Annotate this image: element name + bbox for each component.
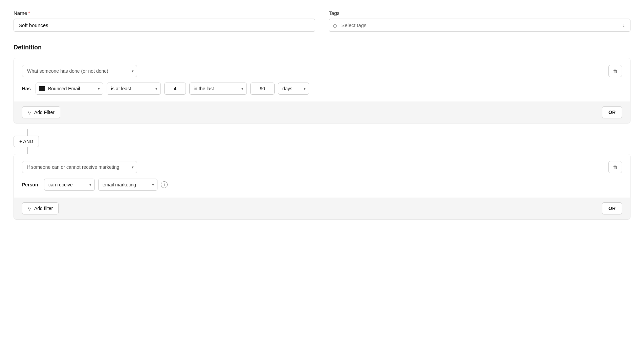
condition-1-type-select[interactable]: What someone has done (or not done) Prop… xyxy=(22,65,137,77)
in-the-last-wrapper: in the last over all time in the next ▾ xyxy=(189,83,247,95)
email-marketing-wrapper: email marketing sms marketing ▾ xyxy=(98,179,157,191)
bounced-email-select[interactable]: Bounced Email Clicked Email Opened Email xyxy=(36,83,103,95)
definition-title: Definition xyxy=(14,44,630,51)
condition-1-has-row: Has Bounced Email Clicked Email Opened E… xyxy=(22,83,622,95)
is-at-least-select[interactable]: is at least is at most equals xyxy=(107,83,161,95)
is-at-least-wrapper: is at least is at most equals ▾ xyxy=(107,83,161,95)
add-filter-button-2[interactable]: ▽ Add filter xyxy=(22,202,59,214)
name-input[interactable] xyxy=(14,19,315,32)
condition-block-2-inner: What someone has done (or not done) Prop… xyxy=(14,154,630,198)
condition-2-type-select[interactable]: What someone has done (or not done) Prop… xyxy=(22,161,137,173)
condition-1-footer: ▽ Add Filter OR xyxy=(14,101,630,123)
filter-icon-1: ▽ xyxy=(28,110,31,115)
condition-2-footer: ▽ Add filter OR xyxy=(14,198,630,219)
condition-block-1: What someone has done (or not done) Prop… xyxy=(14,58,630,123)
tags-label: Tags xyxy=(329,10,630,16)
name-field-group: Name* xyxy=(14,10,315,32)
condition-2-person-row: Person can receive cannot receive ▾ emai… xyxy=(22,179,622,191)
condition-1-type-row: What someone has done (or not done) Prop… xyxy=(22,65,622,77)
tag-icon: ◇ xyxy=(333,22,337,28)
add-filter-button-1[interactable]: ▽ Add Filter xyxy=(22,106,60,118)
trash-icon-2: 🗑 xyxy=(613,164,618,170)
add-filter-label-2: Add filter xyxy=(34,206,53,211)
person-label: Person xyxy=(22,182,41,187)
tags-select-wrapper: ◇ ⤓ xyxy=(329,19,630,32)
name-label-text: Name xyxy=(14,10,27,16)
required-star: * xyxy=(28,10,30,16)
condition-2-delete-button[interactable]: 🗑 xyxy=(608,161,622,173)
info-icon[interactable]: i xyxy=(161,181,168,188)
days-count-input[interactable] xyxy=(250,83,275,95)
has-label: Has xyxy=(22,86,32,91)
and-line-bottom xyxy=(27,147,28,154)
can-receive-select[interactable]: can receive cannot receive xyxy=(44,179,95,191)
days-unit-select[interactable]: days weeks months xyxy=(278,83,309,95)
or-button-1[interactable]: OR xyxy=(602,106,622,118)
condition-block-2: What someone has done (or not done) Prop… xyxy=(14,154,630,220)
bounced-email-icon xyxy=(39,86,45,91)
condition-1-delete-button[interactable]: 🗑 xyxy=(608,65,622,77)
condition-2-type-row: What someone has done (or not done) Prop… xyxy=(22,161,622,173)
email-marketing-select[interactable]: email marketing sms marketing xyxy=(98,179,157,191)
condition-2-footer-row: ▽ Add filter OR xyxy=(22,202,622,214)
and-line-top xyxy=(27,129,28,136)
condition-2-type-wrapper: What someone has done (or not done) Prop… xyxy=(22,161,137,173)
filter-icon-2: ▽ xyxy=(28,206,31,211)
can-receive-wrapper: can receive cannot receive ▾ xyxy=(44,179,95,191)
count-input[interactable] xyxy=(164,83,186,95)
tags-select-input[interactable] xyxy=(329,19,630,32)
or-button-2[interactable]: OR xyxy=(602,202,622,214)
tags-field-group: Tags ◇ ⤓ xyxy=(329,10,630,32)
days-unit-wrapper: days weeks months ▾ xyxy=(278,83,309,95)
condition-1-type-wrapper: What someone has done (or not done) Prop… xyxy=(22,65,137,77)
in-the-last-select[interactable]: in the last over all time in the next xyxy=(189,83,247,95)
condition-1-footer-row: ▽ Add Filter OR xyxy=(22,106,622,118)
condition-block-1-inner: What someone has done (or not done) Prop… xyxy=(14,58,630,101)
name-tags-row: Name* Tags ◇ ⤓ xyxy=(14,10,630,32)
name-label: Name* xyxy=(14,10,315,16)
bounced-email-wrapper: Bounced Email Clicked Email Opened Email… xyxy=(36,83,103,95)
trash-icon: 🗑 xyxy=(613,68,618,74)
definition-section: Definition What someone has done (or not… xyxy=(14,44,630,220)
and-connector: + AND xyxy=(14,129,630,154)
add-filter-label-1: Add Filter xyxy=(34,110,55,115)
and-button[interactable]: + AND xyxy=(14,136,39,147)
